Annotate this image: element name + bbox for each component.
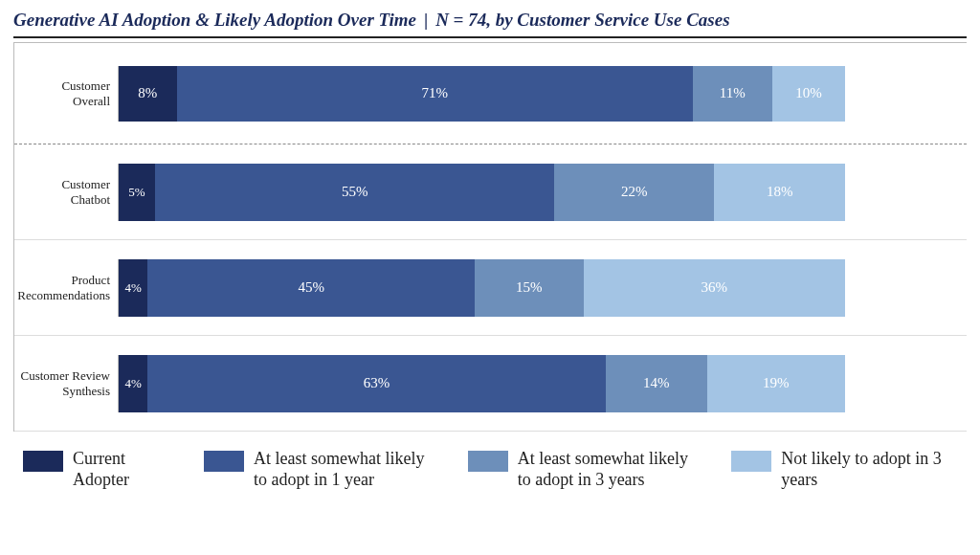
bar-track: 5%55%22%18%	[118, 164, 845, 221]
bar-segment: 22%	[554, 164, 714, 221]
legend-item: Not likely to adopt in 3 years	[731, 449, 967, 490]
bar-segment: 8%	[119, 66, 177, 122]
bar-row: ProductRecommendations4%45%15%36%	[14, 240, 967, 336]
row-label: CustomerOverall	[14, 78, 118, 108]
bar-segment: 55%	[155, 164, 554, 221]
row-label: Customer ReviewSynthesis	[14, 368, 118, 398]
bar-segment: 18%	[714, 164, 845, 221]
legend-item: At least somewhat likely to adopt in 1 y…	[204, 449, 439, 490]
bar-row: CustomerOverall8%71%11%10%	[14, 43, 967, 144]
bar-segment: 63%	[147, 355, 605, 412]
bar-row: Customer ReviewSynthesis4%63%14%19%	[14, 336, 967, 432]
legend-item: At least somewhat likely to adopt in 3 y…	[468, 449, 703, 490]
legend-swatch	[468, 451, 508, 472]
bar-track: 8%71%11%10%	[118, 66, 845, 122]
legend: Current AdopterAt least somewhat likely …	[13, 449, 967, 490]
stacked-bar-chart: CustomerOverall8%71%11%10%CustomerChatbo…	[13, 42, 967, 432]
title-separator: |	[424, 10, 428, 30]
title-sub: N = 74, by Customer Service Use Cases	[435, 10, 729, 30]
chart-title: Generative AI Adoption & Likely Adoption…	[13, 10, 967, 38]
bar-track: 4%63%14%19%	[118, 355, 845, 412]
bar-segment: 45%	[147, 259, 475, 317]
legend-label: At least somewhat likely to adopt in 3 y…	[518, 449, 703, 490]
legend-label: Current Adopter	[73, 449, 175, 490]
legend-label: Not likely to adopt in 3 years	[781, 449, 967, 490]
bar-segment: 4%	[119, 259, 147, 317]
bar-segment: 4%	[119, 355, 147, 412]
bar-row: CustomerChatbot5%55%22%18%	[14, 144, 967, 240]
bar-segment: 10%	[772, 66, 845, 122]
bar-segment: 71%	[177, 66, 693, 122]
row-label: CustomerChatbot	[14, 177, 118, 207]
bar-track: 4%45%15%36%	[118, 259, 845, 317]
row-label: ProductRecommendations	[14, 273, 118, 302]
legend-item: Current Adopter	[23, 449, 175, 490]
legend-label: At least somewhat likely to adopt in 1 y…	[254, 449, 439, 490]
bar-segment: 11%	[693, 66, 772, 122]
bar-segment: 14%	[606, 355, 707, 412]
bar-segment: 15%	[475, 259, 584, 317]
legend-swatch	[204, 451, 244, 472]
legend-swatch	[731, 451, 771, 472]
title-main: Generative AI Adoption & Likely Adoption…	[13, 10, 416, 30]
bar-segment: 5%	[119, 164, 155, 221]
bar-segment: 19%	[707, 355, 845, 412]
bar-segment: 36%	[584, 259, 845, 317]
legend-swatch	[23, 451, 63, 472]
